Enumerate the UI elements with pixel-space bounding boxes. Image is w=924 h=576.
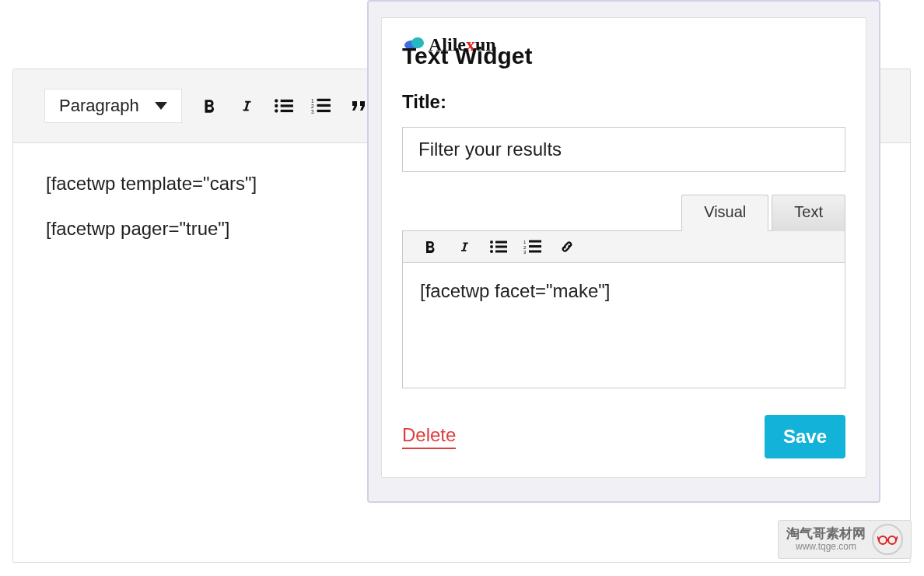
numbered-list-icon[interactable]: 123 <box>311 97 331 114</box>
svg-rect-5 <box>280 110 292 112</box>
widget-container: Alilexun Text Widget Title: Visual Text … <box>367 0 880 503</box>
svg-rect-22 <box>495 251 507 253</box>
svg-rect-7 <box>317 99 330 101</box>
widget-header: Text Widget <box>402 43 845 69</box>
svg-text:2: 2 <box>311 104 314 109</box>
title-input[interactable] <box>402 127 845 172</box>
svg-point-17 <box>490 241 493 244</box>
bold-icon[interactable] <box>199 97 219 114</box>
svg-text:2: 2 <box>523 245 527 250</box>
svg-rect-18 <box>495 241 507 244</box>
widget-content-text: [facetwp facet="make"] <box>420 280 611 301</box>
svg-rect-28 <box>529 251 541 253</box>
svg-text:3: 3 <box>311 109 314 114</box>
title-label: Title: <box>402 91 845 113</box>
widget-editor: 123 [facetwp facet="make"] <box>402 230 845 388</box>
text-widget-panel: Alilexun Text Widget Title: Visual Text … <box>381 17 866 478</box>
watermark: 淘气哥素材网 www.tqge.com <box>778 520 912 559</box>
svg-text:1: 1 <box>311 98 314 104</box>
italic-icon[interactable] <box>236 97 257 114</box>
svg-rect-9 <box>317 104 330 107</box>
svg-point-29 <box>879 536 887 544</box>
quote-icon[interactable] <box>348 97 369 114</box>
save-button[interactable]: Save <box>765 415 845 458</box>
svg-rect-11 <box>317 110 330 112</box>
tab-text[interactable]: Text <box>772 195 845 231</box>
format-selector[interactable]: Paragraph <box>44 89 182 123</box>
bullet-list-icon[interactable] <box>488 239 509 255</box>
widget-editor-toolbar: 123 <box>403 231 845 263</box>
svg-text:1: 1 <box>523 240 527 244</box>
svg-rect-3 <box>280 104 292 107</box>
editor-tabs: Visual Text <box>402 194 845 230</box>
format-selector-label: Paragraph <box>59 96 139 116</box>
watermark-cn: 淘气哥素材网 <box>786 527 866 542</box>
svg-text:3: 3 <box>523 250 527 255</box>
svg-point-21 <box>490 250 493 253</box>
italic-icon[interactable] <box>454 239 474 255</box>
glasses-icon <box>872 524 903 555</box>
bullet-list-icon[interactable] <box>274 97 294 114</box>
svg-rect-20 <box>495 246 507 248</box>
watermark-url: www.tqge.com <box>796 542 856 552</box>
svg-point-19 <box>490 245 493 248</box>
svg-rect-1 <box>280 100 292 102</box>
svg-point-4 <box>275 109 278 112</box>
svg-point-30 <box>888 536 896 544</box>
chevron-down-icon <box>155 102 167 110</box>
svg-rect-24 <box>529 241 541 243</box>
delete-link[interactable]: Delete <box>402 424 456 449</box>
widget-editor-body[interactable]: [facetwp facet="make"] <box>403 263 845 388</box>
svg-point-2 <box>275 104 278 107</box>
link-icon[interactable] <box>557 239 577 255</box>
numbered-list-icon[interactable]: 123 <box>523 239 543 255</box>
widget-actions: Delete Save <box>402 415 845 458</box>
tab-visual[interactable]: Visual <box>681 195 768 231</box>
svg-rect-26 <box>529 245 541 248</box>
bold-icon[interactable] <box>420 239 440 255</box>
svg-point-0 <box>275 99 278 102</box>
